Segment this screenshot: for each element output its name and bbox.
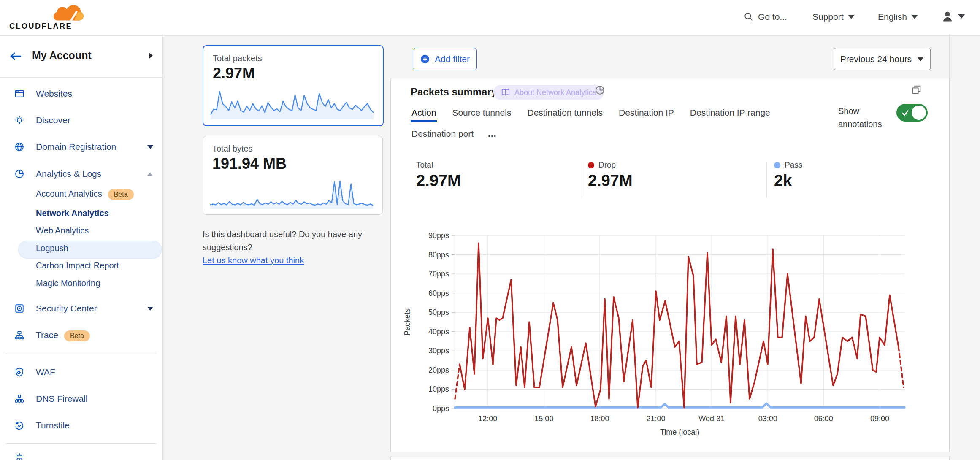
sidebar-item-label: Magic Monitoring [36,279,100,288]
hierarchy-icon [14,394,24,404]
sidebar-item-waf[interactable]: WAF [0,363,162,382]
beta-badge: Beta [108,189,134,200]
chevron-down-icon [147,145,153,149]
sidebar-item-account-analytics[interactable]: Account AnalyticsBeta [0,186,162,203]
goto-search[interactable]: Go to... [744,12,787,22]
sidebar-item-label: Account AnalyticsBeta [36,189,134,200]
packets-line-chart: 0pps10pps20pps30pps40pps50pps60pps70pps8… [397,230,954,444]
sidebar-item-turnstile[interactable]: Turnstile [0,416,162,435]
svg-text:10pps: 10pps [428,385,449,393]
lightbulb-icon [14,115,24,125]
tab-destination-ip[interactable]: Destination IP [618,103,675,124]
svg-text:21:00: 21:00 [647,414,666,423]
sidebar-item-label: Discover [36,115,70,125]
support-menu[interactable]: Support [812,12,855,22]
tab-destination-tunnels[interactable]: Destination tunnels [526,103,604,124]
sidebar-item-trace[interactable]: TraceBeta [0,326,162,345]
sidebar-item-label: Carbon Impact Report [36,261,119,271]
sidebar-item-magic-monitoring[interactable]: Magic Monitoring [0,275,162,292]
add-filter-button[interactable]: Add filter [413,48,477,70]
card-value: 2.97M [213,65,255,82]
sidebar-item-label: Turnstile [36,420,70,430]
stat-label: Total [416,160,461,170]
sidebar-item-analytics-logs[interactable]: Analytics & Logs [0,164,162,184]
sidebar-item-partial[interactable] [0,451,162,460]
sidebar-item-label: Web Analytics [36,226,89,235]
svg-text:12:00: 12:00 [478,414,497,423]
account-name[interactable]: My Account [32,49,92,62]
cloudflare-dashboard: CLOUDFLARE Go to... Support English [0,0,980,460]
svg-text:70pps: 70pps [428,270,449,278]
chevron-down-icon [848,15,855,19]
sidebar-item-label: Logpush [36,244,68,253]
stat-value: 2.97M [416,172,461,190]
svg-text:90pps: 90pps [428,231,449,240]
show-annotations-toggle[interactable] [896,104,928,122]
more-tabs-ellipsis[interactable]: ... [487,124,498,145]
dimension-tabs: Action Source tunnels Destination tunnel… [411,103,771,124]
tab-destination-port[interactable]: Destination port [411,124,474,145]
goto-label: Go to... [758,12,787,22]
sidebar: My Account Websites Discover Domain Regi… [0,35,163,460]
chevron-right-icon[interactable] [149,52,153,59]
language-menu[interactable]: English [878,12,918,22]
sidebar-item-dns-firewall[interactable]: DNS Firewall [0,389,162,409]
feedback-link[interactable]: Let us know what you think [203,256,304,265]
refresh-check-icon [14,420,24,430]
tab-source-tunnels[interactable]: Source tunnels [451,103,512,124]
sidebar-divider [6,443,157,444]
feedback-text: Is this dashboard useful? Do you have an… [203,228,384,254]
account-switcher: My Account [0,35,162,78]
card-label: Total packets [213,54,262,63]
sidebar-item-web-analytics[interactable]: Web Analytics [0,222,162,239]
add-filter-label: Add filter [435,54,470,64]
tab-action[interactable]: Action [411,103,437,124]
sidebar-item-logpush[interactable]: Logpush [0,240,162,257]
user-icon [941,10,954,23]
chevron-down-icon [911,15,918,19]
total-bytes-card[interactable]: Total bytes 191.94 MB [203,136,383,215]
svg-text:80pps: 80pps [428,251,449,259]
tab-destination-ip-range[interactable]: Destination IP range [689,103,771,124]
back-arrow-icon[interactable] [9,51,23,62]
chevron-down-icon [958,14,965,19]
pie-chart-icon[interactable] [595,85,605,95]
cloudflare-logo[interactable]: CLOUDFLARE [9,3,89,31]
sidebar-item-label: TraceBeta [36,330,90,341]
total-bytes-sparkline [209,179,374,210]
svg-text:Time (local): Time (local) [660,428,699,436]
stat-pass: Pass 2k [774,160,802,190]
chevron-down-icon [147,307,153,311]
sidebar-item-network-analytics[interactable]: Network Analytics [0,204,162,222]
about-network-analytics-badge[interactable]: About Network Analytics [493,85,604,100]
chevron-up-icon [147,173,152,176]
total-packets-card[interactable]: Total packets 2.97M [203,45,384,126]
support-label: Support [812,12,844,22]
pass-color-dot [774,162,780,168]
expand-icon[interactable] [911,84,922,95]
svg-text:03:00: 03:00 [758,414,777,423]
time-range-selector[interactable]: Previous 24 hours [834,48,931,70]
svg-text:18:00: 18:00 [590,414,609,423]
dimension-tabs-row2: Destination port ... [411,124,498,145]
stat-divider [581,162,581,198]
sidebar-item-label: Security Center [36,303,97,314]
user-menu[interactable] [941,10,965,23]
sidebar-item-discover[interactable]: Discover [0,111,162,130]
sidebar-item-label: WAF [36,367,55,377]
show-annotations-label: Show annotations [838,105,887,131]
plus-circle-icon [420,54,430,64]
sidebar-item-domain-registration[interactable]: Domain Registration [0,137,162,157]
toggle-knob [912,106,926,120]
globe-icon [14,142,24,152]
sidebar-item-security-center[interactable]: Security Center [0,299,162,318]
sidebar-item-carbon-impact[interactable]: Carbon Impact Report [0,257,162,274]
stat-value: 2k [774,172,802,190]
sidebar-item-websites[interactable]: Websites [0,84,162,103]
panel-title: Packets summary [411,86,497,98]
sidebar-item-label: Network Analytics [36,208,109,218]
chevron-down-icon [917,57,924,61]
shield-gear-icon [14,367,24,377]
book-icon [501,88,510,97]
beta-badge: Beta [64,330,90,341]
